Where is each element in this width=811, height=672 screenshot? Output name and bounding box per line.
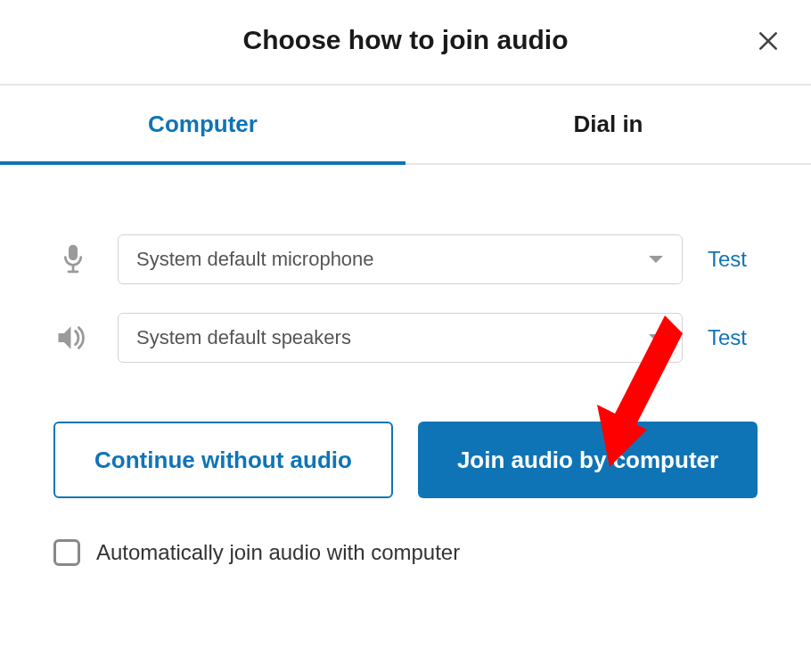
continue-without-audio-button[interactable]: Continue without audio (53, 422, 393, 498)
chevron-down-icon (648, 326, 664, 349)
tabs: Computer Dial in (0, 86, 811, 165)
speaker-selected-label: System default speakers (136, 326, 351, 349)
microphone-row: System default microphone Test (53, 234, 758, 284)
microphone-icon (60, 242, 86, 276)
auto-join-label: Automatically join audio with computer (96, 540, 460, 565)
action-buttons: Continue without audio Join audio by com… (53, 422, 758, 498)
dialog-title: Choose how to join audio (0, 25, 811, 55)
microphone-selected-label: System default microphone (136, 248, 374, 271)
close-icon (757, 29, 780, 53)
test-microphone-link[interactable]: Test (708, 247, 758, 272)
close-button[interactable] (752, 25, 784, 57)
auto-join-row: Automatically join audio with computer (53, 539, 758, 566)
tab-dialin[interactable]: Dial in (406, 86, 811, 163)
test-speaker-link[interactable]: Test (708, 325, 758, 350)
speaker-icon (56, 324, 90, 352)
auto-join-checkbox[interactable] (53, 539, 80, 566)
tab-computer[interactable]: Computer (0, 86, 406, 163)
speaker-select[interactable]: System default speakers (118, 313, 683, 363)
speaker-row: System default speakers Test (53, 313, 758, 363)
join-audio-by-computer-button[interactable]: Join audio by computer (418, 422, 758, 498)
svg-rect-2 (69, 245, 78, 261)
microphone-select[interactable]: System default microphone (118, 234, 683, 284)
chevron-down-icon (648, 248, 664, 271)
dialog-header: Choose how to join audio (0, 0, 811, 84)
tab-content-computer: System default microphone Test System de… (0, 165, 811, 566)
